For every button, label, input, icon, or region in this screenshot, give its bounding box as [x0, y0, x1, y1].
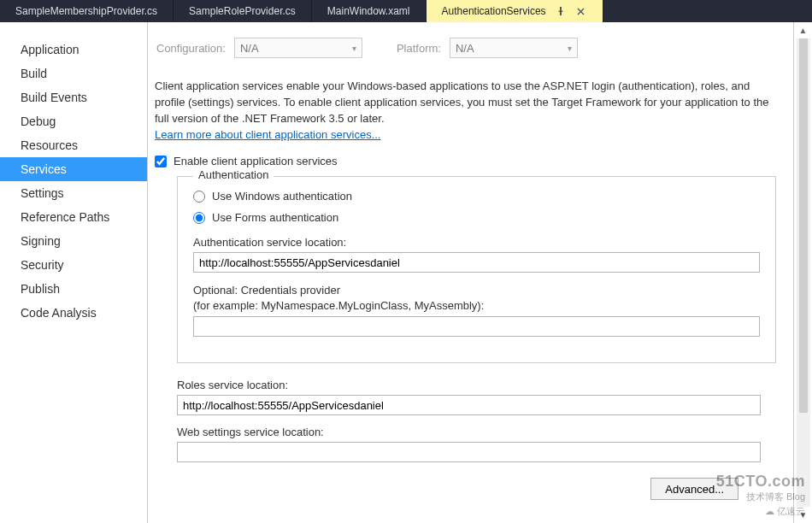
sidebar-item-resources[interactable]: Resources: [0, 133, 147, 157]
auth-forms-radio[interactable]: [193, 212, 205, 224]
sidebar-item-code-analysis[interactable]: Code Analysis: [0, 301, 147, 325]
auth-windows-radio[interactable]: [193, 191, 205, 203]
tab-main-window[interactable]: MainWindow.xaml: [312, 0, 427, 22]
authentication-fieldset: Authentication Use Windows authenticatio…: [177, 176, 776, 363]
scroll-thumb[interactable]: [799, 38, 808, 413]
platform-label: Platform:: [397, 42, 441, 55]
configuration-combo[interactable]: N/A ▾: [234, 38, 362, 58]
enable-services-label: Enable client application services: [174, 155, 338, 167]
scroll-down-icon[interactable]: ▼: [799, 510, 808, 520]
scroll-up-icon[interactable]: ▲: [799, 26, 808, 35]
pin-icon[interactable]: [555, 5, 567, 17]
sidebar-item-build-events[interactable]: Build Events: [0, 85, 147, 109]
vertical-scrollbar[interactable]: ▲ ▼: [793, 22, 812, 523]
intro-text: Client application services enable your …: [155, 79, 776, 143]
services-panel: Configuration: N/A ▾ Platform: N/A ▾ Cli…: [148, 22, 793, 523]
enable-services-checkbox[interactable]: [155, 156, 167, 167]
sidebar-item-security[interactable]: Security: [0, 253, 147, 277]
sidebar-item-application[interactable]: Application: [0, 38, 147, 62]
project-sidebar: Application Build Build Events Debug Res…: [0, 22, 148, 523]
tabstrip-filler: [603, 0, 812, 22]
roles-service-location-label: Roles service location:: [177, 379, 761, 391]
chevron-down-icon: ▾: [352, 44, 356, 53]
authentication-legend: Authentication: [193, 168, 274, 181]
credentials-provider-input[interactable]: [193, 316, 760, 337]
auth-service-location-label: Authentication service location:: [193, 236, 760, 249]
advanced-button[interactable]: Advanced...: [650, 478, 738, 500]
auth-forms-label: Use Forms authentication: [212, 211, 338, 224]
document-tabstrip: SampleMembershipProvider.cs SampleRolePr…: [0, 0, 812, 22]
credentials-provider-label: Optional: Credentials provider (for exam…: [193, 283, 760, 313]
sidebar-item-settings[interactable]: Settings: [0, 181, 147, 205]
tab-authentication-services[interactable]: AuthenticationServices: [427, 0, 603, 22]
web-settings-location-input[interactable]: [177, 442, 761, 462]
platform-combo[interactable]: N/A ▾: [450, 38, 578, 58]
close-icon[interactable]: [575, 5, 587, 17]
auth-windows-label: Use Windows authentication: [212, 190, 352, 203]
tab-sample-membership[interactable]: SampleMembershipProvider.cs: [0, 0, 174, 22]
roles-service-location-input[interactable]: [177, 395, 761, 415]
config-row: Configuration: N/A ▾ Platform: N/A ▾: [155, 38, 776, 58]
sidebar-item-services[interactable]: Services: [0, 157, 147, 181]
sidebar-item-publish[interactable]: Publish: [0, 277, 147, 301]
sidebar-item-reference-paths[interactable]: Reference Paths: [0, 205, 147, 229]
auth-service-location-input[interactable]: [193, 252, 760, 273]
sidebar-item-build[interactable]: Build: [0, 62, 147, 85]
web-settings-location-label: Web settings service location:: [177, 426, 761, 438]
configuration-label: Configuration:: [156, 42, 226, 55]
sidebar-item-signing[interactable]: Signing: [0, 229, 147, 253]
learn-more-link[interactable]: Learn more about client application serv…: [155, 128, 380, 141]
scroll-track[interactable]: [797, 38, 810, 507]
tab-sample-role[interactable]: SampleRoleProvider.cs: [174, 0, 312, 22]
sidebar-item-debug[interactable]: Debug: [0, 109, 147, 133]
chevron-down-icon: ▾: [568, 44, 572, 53]
